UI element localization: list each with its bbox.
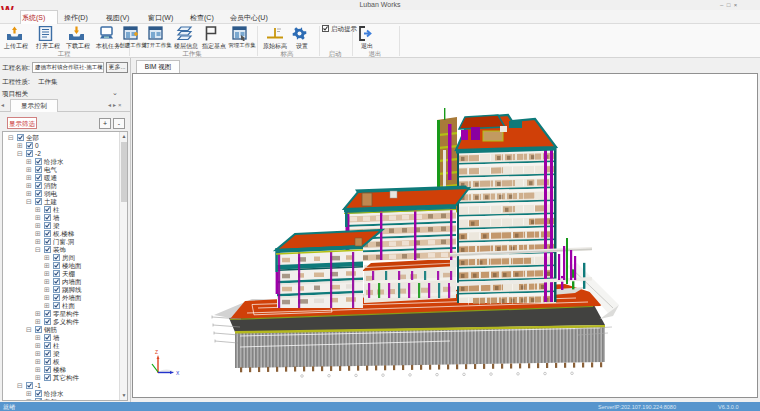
svg-text:Z: Z — [155, 349, 158, 355]
svg-text:X: X — [176, 370, 180, 376]
